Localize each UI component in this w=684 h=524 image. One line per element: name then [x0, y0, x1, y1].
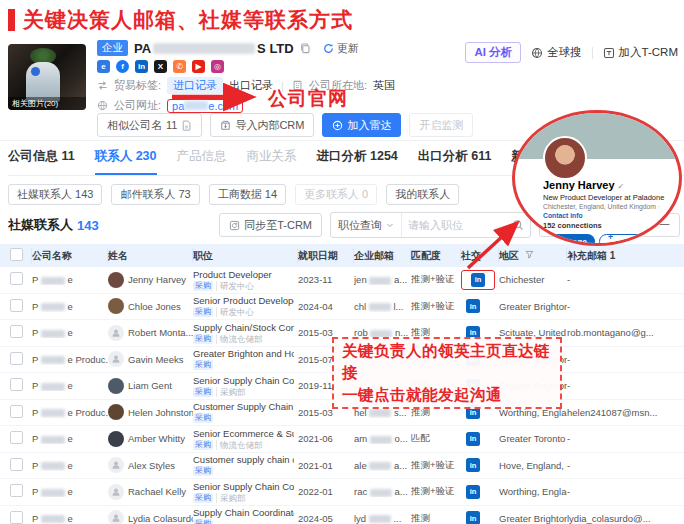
start-date: 2022-01: [298, 486, 354, 497]
import-crm-button[interactable]: 导入内部CRM: [210, 113, 314, 137]
email-pre: rac: [354, 486, 367, 497]
job-tag: 采购: [193, 440, 213, 450]
extra-email: -: [567, 460, 684, 471]
table-row-1[interactable]: P e Chloe Jones Senior Product Developer…: [0, 294, 684, 321]
job-position-input[interactable]: [402, 219, 506, 231]
email-pre: am: [354, 433, 367, 444]
linkedin-icon[interactable]: in: [466, 299, 480, 313]
instagram-icon[interactable]: ◎: [211, 60, 224, 73]
x-icon[interactable]: X: [154, 60, 167, 73]
email-cell: jen a...: [354, 274, 411, 285]
website-icon[interactable]: e: [97, 60, 110, 73]
social-cell-box: in: [461, 270, 495, 290]
region: Hove, England, Uni...: [499, 460, 567, 471]
avatar: [108, 325, 124, 341]
subtab-4[interactable]: 我的联系人: [386, 184, 459, 205]
linkedin-icon[interactable]: in: [471, 273, 485, 287]
subtab-1[interactable]: 邮件联系人 73: [111, 184, 199, 205]
row-checkbox[interactable]: [10, 511, 23, 524]
search-button[interactable]: [506, 219, 530, 231]
email-redacted: [369, 409, 391, 417]
row-company-post: e Produc...: [67, 407, 108, 418]
ai-analysis-button[interactable]: AI 分析: [465, 42, 521, 63]
email-pre: ale: [354, 460, 367, 471]
start-date: 2021-06: [298, 433, 354, 444]
company-cell: P e Produc...: [32, 354, 108, 365]
photo-caption: 相关图片(20): [8, 97, 86, 110]
phone-icon[interactable]: ✆: [173, 60, 186, 73]
filter-funnel-icon[interactable]: [525, 250, 534, 259]
youtube-icon[interactable]: ▶: [192, 60, 205, 73]
company-redacted: [41, 356, 65, 364]
start-date: 2023-11: [298, 274, 354, 285]
subtab-2[interactable]: 工商数据 14: [209, 184, 286, 205]
name-cell: Amber Whitty: [108, 431, 193, 447]
person-icon: [111, 513, 121, 523]
table-row-7[interactable]: P e Alex Styles Customer supply chain co…: [0, 453, 684, 480]
refresh-action[interactable]: 更新: [323, 41, 359, 56]
row-checkbox[interactable]: [10, 378, 23, 391]
global-search-button[interactable]: 全球搜: [531, 45, 582, 60]
row-checkbox[interactable]: [10, 484, 23, 497]
table-row-0[interactable]: P e Jenny Harvey Product Developer 采购 研发…: [0, 267, 684, 294]
contact-name: Amber Whitty: [128, 433, 185, 444]
title-cell: Senior Supply Chain Coordinator 采购 采购部: [193, 481, 298, 503]
avatar: [108, 272, 124, 288]
person-icon: [111, 487, 121, 497]
row-checkbox[interactable]: [10, 352, 23, 365]
select-all-checkbox[interactable]: [10, 248, 23, 261]
table-row-8[interactable]: P e Rachael Kelly Senior Supply Chain Co…: [0, 479, 684, 506]
tab-3[interactable]: 商业关系: [247, 148, 297, 173]
facebook-icon[interactable]: f: [116, 60, 129, 73]
sync-tcrm-button[interactable]: 同步至T-CRM: [219, 213, 322, 237]
tab-0[interactable]: 公司信息 11: [8, 148, 75, 173]
row-company-pre: P: [32, 354, 38, 365]
social-cell: in: [461, 509, 499, 524]
join-tcrm-button[interactable]: 加入T-CRM: [603, 45, 678, 60]
tcrm-icon: [603, 47, 615, 59]
export-record-tag[interactable]: 出口记录: [229, 78, 273, 93]
row-checkbox[interactable]: [10, 431, 23, 444]
row-checkbox[interactable]: [10, 405, 23, 418]
import-record-tag[interactable]: 进口记录: [167, 77, 223, 94]
copy-icon[interactable]: [300, 43, 311, 54]
company-website-link[interactable]: pa e.com: [167, 99, 243, 113]
extra-email: rob.montagano@g...: [567, 327, 684, 338]
email-post: a...: [394, 274, 407, 285]
trade-label: 贸易标签:: [114, 78, 161, 93]
profile-connections[interactable]: 152 connections: [543, 221, 669, 231]
table-row-6[interactable]: P e Amber Whitty Senior Ecommerce & Supp…: [0, 426, 684, 453]
tab-4[interactable]: 进口分析 1254: [317, 148, 398, 173]
company-redacted: [41, 489, 65, 497]
linkedin-icon[interactable]: in: [466, 485, 480, 499]
row-checkbox[interactable]: [10, 299, 23, 312]
title-cell: Senior Product Developer 采购 研发中心: [193, 295, 298, 317]
row-checkbox[interactable]: [10, 325, 23, 338]
contact-name: Lydia Colasurdo: [128, 513, 193, 524]
chevron-down-icon: [386, 221, 394, 229]
row-checkbox[interactable]: [10, 458, 23, 471]
row-checkbox[interactable]: [10, 272, 23, 285]
linkedin-icon[interactable]: in: [466, 432, 480, 446]
job-query-dropdown[interactable]: 职位查询: [331, 213, 402, 237]
tab-2[interactable]: 产品信息: [177, 148, 227, 173]
tab-1[interactable]: 联系人 230: [95, 148, 157, 175]
company-photo[interactable]: 相关图片(20): [8, 44, 86, 110]
linkedin-icon[interactable]: in: [466, 458, 480, 472]
join-radar-button[interactable]: 加入雷达: [322, 113, 401, 137]
name-cell: Lydia Colasurdo: [108, 510, 193, 524]
row-company-post: e: [67, 460, 72, 471]
contact-info-link[interactable]: Contact info: [543, 212, 583, 219]
social-cell-box: in: [461, 509, 485, 524]
linkedin-icon[interactable]: in: [466, 511, 480, 524]
subtab-3[interactable]: 更多联系人 0: [295, 184, 377, 205]
linkedin-icon[interactable]: in: [135, 60, 148, 73]
monitor-button[interactable]: 开启监测: [409, 113, 473, 137]
subtab-0[interactable]: 社媒联系人 143: [8, 184, 102, 205]
job-title: Customer supply chain coordinator: [193, 454, 294, 465]
tab-5[interactable]: 出口分析 611: [418, 148, 492, 173]
similar-companies-button[interactable]: 相似公司名 11: [97, 113, 202, 137]
contact-name: Gavin Meeks: [128, 354, 183, 365]
company-cell: P e: [32, 460, 108, 471]
table-row-9[interactable]: P e Lydia Colasurdo Supply Chain Coordin…: [0, 506, 684, 524]
